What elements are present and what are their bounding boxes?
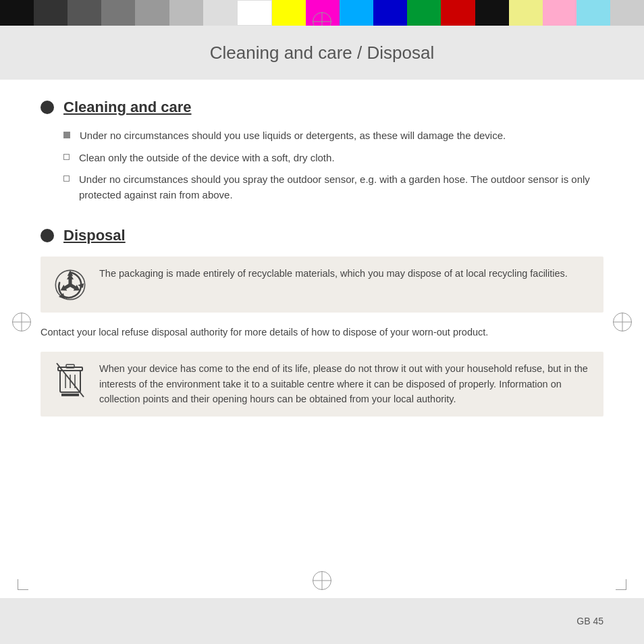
contact-text: Contact your local refuse disposal autho… — [41, 325, 603, 340]
color-segment-19 — [610, 0, 644, 26]
header-title: Cleaning and care / Disposal — [210, 43, 434, 63]
cleaning-bullet-list: Under no circumstances should you use li… — [63, 128, 603, 203]
color-segment-11 — [340, 0, 373, 26]
cleaning-bullet-text-3: Under no circumstances should you spray … — [79, 172, 603, 203]
color-segment-5 — [135, 0, 169, 26]
cleaning-title: Cleaning and care — [63, 99, 192, 116]
recycle-box-text: The packaging is made entirely of recycl… — [99, 266, 568, 281]
page-header: Cleaning and care / Disposal — [0, 26, 644, 80]
disposal-bullet — [41, 229, 54, 242]
color-segment-13 — [407, 0, 441, 26]
color-segment-18 — [576, 0, 610, 26]
weee-icon — [51, 361, 88, 398]
cleaning-bullet-item-1: Under no circumstances should you use li… — [63, 128, 603, 144]
color-segment-6 — [169, 0, 203, 26]
color-segment-12 — [373, 0, 407, 26]
color-segment-1 — [0, 0, 34, 26]
cleaning-section-heading: Cleaning and care — [41, 99, 603, 116]
color-segment-14 — [441, 0, 475, 26]
disposal-section-heading: Disposal — [41, 227, 603, 244]
bullet-empty-icon-2 — [63, 176, 70, 182]
corner-mark-bl — [18, 579, 28, 590]
page-footer: GB 45 — [0, 598, 644, 644]
color-segment-9 — [272, 0, 306, 26]
footer-text: GB 45 — [576, 616, 603, 626]
color-segment-7 — [203, 0, 237, 26]
svg-rect-11 — [61, 394, 79, 396]
bullet-filled-icon — [63, 132, 70, 138]
disposal-title: Disposal — [63, 227, 126, 244]
crosshair-left — [12, 313, 31, 331]
main-content: Cleaning and care Under no circumstances… — [41, 80, 603, 590]
weee-info-box: When your device has come to the end of … — [41, 352, 603, 416]
cleaning-bullet-item-3: Under no circumstances should you spray … — [63, 172, 603, 203]
color-segment-15 — [475, 0, 509, 26]
bullet-empty-icon-1 — [63, 154, 70, 160]
cleaning-bullet-item-2: Clean only the outside of the device wit… — [63, 151, 603, 166]
cleaning-bullet — [41, 101, 54, 114]
recycle-icon — [51, 266, 88, 303]
crosshair-right — [613, 313, 632, 331]
color-segment-4 — [101, 0, 135, 26]
color-segment-2 — [34, 0, 68, 26]
color-segment-16 — [509, 0, 543, 26]
cleaning-bullet-text-2: Clean only the outside of the device wit… — [79, 151, 335, 166]
weee-box-text: When your device has come to the end of … — [99, 361, 593, 406]
color-segment-17 — [543, 0, 576, 26]
color-segment-8 — [237, 0, 272, 26]
corner-mark-br — [616, 579, 626, 590]
crosshair-bottom — [313, 571, 331, 590]
svg-rect-9 — [66, 365, 74, 368]
cleaning-bullet-text-1: Under no circumstances should you use li… — [80, 128, 506, 144]
color-segment-3 — [68, 0, 101, 26]
recycle-info-box: The packaging is made entirely of recycl… — [41, 257, 603, 313]
